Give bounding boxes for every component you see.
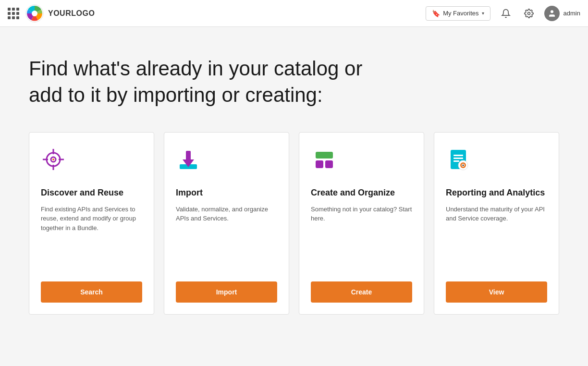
search-button[interactable]: Search — [41, 281, 142, 303]
avatar — [544, 6, 560, 21]
crosshair-icon — [41, 147, 70, 176]
logo[interactable]: YOURLOGO — [25, 4, 95, 23]
bookmark-icon: 🔖 — [432, 10, 440, 17]
favorites-label: My Favorites — [443, 10, 478, 17]
discover-card-title: Discover and Reuse — [41, 187, 142, 198]
app-header: YOURLOGO 🔖 My Favorites ▾ — [0, 0, 588, 27]
hero-title: Find what's already in your catalog or a… — [29, 56, 365, 108]
create-button[interactable]: Create — [311, 281, 412, 303]
svg-rect-15 — [316, 160, 323, 168]
chevron-down-icon: ▾ — [482, 11, 484, 16]
cards-grid: Discover and Reuse Find existing APIs an… — [29, 132, 559, 315]
user-section[interactable]: admin — [544, 6, 580, 21]
reporting-card-title: Reporting and Analytics — [446, 187, 547, 198]
import-button[interactable]: Import — [176, 281, 277, 303]
apps-icon[interactable] — [8, 8, 19, 19]
header-left: YOURLOGO — [8, 4, 426, 23]
favorites-button[interactable]: 🔖 My Favorites ▾ — [426, 6, 490, 21]
logo-text: YOURLOGO — [48, 9, 95, 18]
main-content: Find what's already in your catalog or a… — [0, 27, 588, 334]
svg-point-10 — [52, 159, 54, 160]
import-card-title: Import — [176, 187, 277, 198]
create-card: Create and Organize Something not in you… — [299, 132, 424, 315]
svg-point-1 — [32, 11, 37, 16]
reporting-card: Reporting and Analytics Understand the m… — [434, 132, 559, 315]
header-right: 🔖 My Favorites ▾ admin — [426, 6, 580, 21]
view-button[interactable]: View — [446, 281, 547, 303]
svg-point-2 — [527, 12, 530, 14]
svg-rect-18 — [453, 155, 463, 156]
svg-rect-20 — [453, 160, 459, 162]
svg-rect-14 — [316, 152, 333, 159]
svg-point-3 — [551, 10, 553, 13]
svg-rect-19 — [453, 158, 463, 159]
create-card-description: Something not in your catalog? Start her… — [311, 205, 412, 268]
reporting-icon — [446, 147, 475, 176]
settings-button[interactable] — [521, 6, 537, 21]
user-name: admin — [564, 10, 580, 17]
discover-card-description: Find existing APIs and Services to reuse… — [41, 205, 142, 268]
download-icon — [176, 147, 205, 176]
discover-card: Discover and Reuse Find existing APIs an… — [29, 132, 154, 315]
reporting-card-description: Understand the maturity of your API and … — [446, 205, 547, 268]
svg-rect-12 — [186, 151, 191, 160]
svg-rect-16 — [325, 160, 333, 168]
grid-blocks-icon — [311, 147, 340, 176]
svg-point-24 — [463, 165, 464, 166]
import-card-description: Validate, normalize, and organize APIs a… — [176, 205, 277, 268]
import-card: Import Validate, normalize, and organize… — [164, 132, 289, 315]
create-card-title: Create and Organize — [311, 187, 412, 198]
notification-button[interactable] — [498, 6, 514, 21]
